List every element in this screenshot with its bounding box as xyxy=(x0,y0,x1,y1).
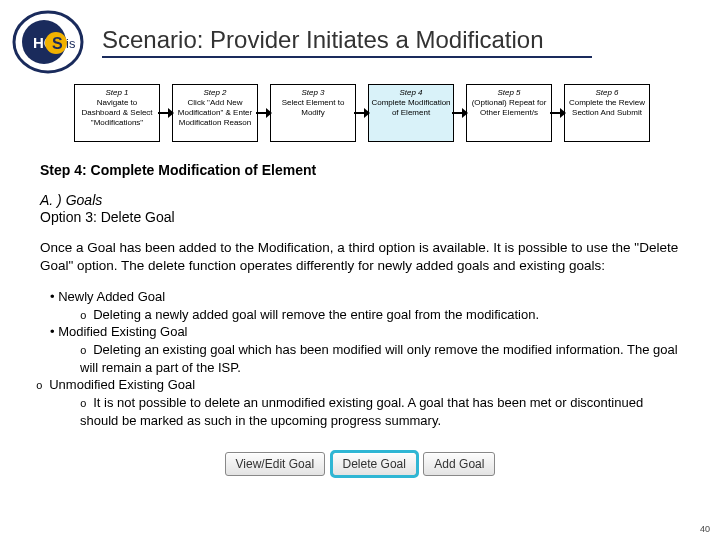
arrow-icon xyxy=(550,108,566,118)
title-area: Scenario: Provider Initiates a Modificat… xyxy=(84,26,720,58)
arrow-icon xyxy=(158,108,174,118)
subheading-goals: A. ) Goals xyxy=(0,178,720,208)
step-number: Step 3 xyxy=(273,88,353,98)
step-4-box: Step 4 Complete Modification of Element xyxy=(368,84,454,142)
svg-text:is: is xyxy=(66,36,76,51)
step-number: Step 2 xyxy=(175,88,255,98)
step-desc: (Optional) Repeat for Other Element/s xyxy=(469,98,549,118)
steps-flow: Step 1 Navigate to Dashboard & Select "M… xyxy=(0,74,720,142)
list-item: Deleting an existing goal which has been… xyxy=(50,341,680,376)
step-6-box: Step 6 Complete the Review Section And S… xyxy=(564,84,650,142)
step-2-box: Step 2 Click "Add New Modification" & En… xyxy=(172,84,258,142)
arrow-icon xyxy=(354,108,370,118)
step-desc: Navigate to Dashboard & Select "Modifica… xyxy=(77,98,157,128)
hcsis-logo: HC S is xyxy=(12,10,84,74)
list-item: Newly Added Goal xyxy=(50,288,680,306)
step-desc: Click "Add New Modification" & Enter Mod… xyxy=(175,98,255,128)
step-number: Step 6 xyxy=(567,88,647,98)
step-1-box: Step 1 Navigate to Dashboard & Select "M… xyxy=(74,84,160,142)
intro-paragraph: Once a Goal has been added to the Modifi… xyxy=(0,225,720,274)
header: HC S is Scenario: Provider Initiates a M… xyxy=(0,0,720,74)
title-underline xyxy=(102,56,592,58)
bullet-list: Newly Added Goal Deleting a newly added … xyxy=(0,274,720,430)
page-title: Scenario: Provider Initiates a Modificat… xyxy=(102,26,720,56)
step-desc: Complete Modification of Element xyxy=(371,98,451,118)
list-item: Deleting a newly added goal will remove … xyxy=(50,306,680,324)
view-edit-goal-button: View/Edit Goal xyxy=(225,452,326,476)
step-number: Step 5 xyxy=(469,88,549,98)
step-number: Step 4 xyxy=(371,88,451,98)
step-3-box: Step 3 Select Element to Modify xyxy=(270,84,356,142)
button-screenshot: View/Edit Goal Delete Goal Add Goal xyxy=(0,430,720,476)
step-desc: Select Element to Modify xyxy=(273,98,353,118)
svg-text:S: S xyxy=(52,35,63,52)
delete-goal-button: Delete Goal xyxy=(332,452,417,476)
section-heading: Step 4: Complete Modification of Element xyxy=(0,142,720,178)
list-item: Modified Existing Goal xyxy=(50,323,680,341)
list-item: Unmodified Existing Goal xyxy=(36,376,680,394)
step-number: Step 1 xyxy=(77,88,157,98)
add-goal-button: Add Goal xyxy=(423,452,495,476)
list-item: It is not possible to delete an unmodifi… xyxy=(50,394,680,429)
arrow-icon xyxy=(256,108,272,118)
step-5-box: Step 5 (Optional) Repeat for Other Eleme… xyxy=(466,84,552,142)
arrow-icon xyxy=(452,108,468,118)
step-desc: Complete the Review Section And Submit xyxy=(567,98,647,118)
page-number: 40 xyxy=(700,524,710,534)
option-label: Option 3: Delete Goal xyxy=(0,208,720,225)
